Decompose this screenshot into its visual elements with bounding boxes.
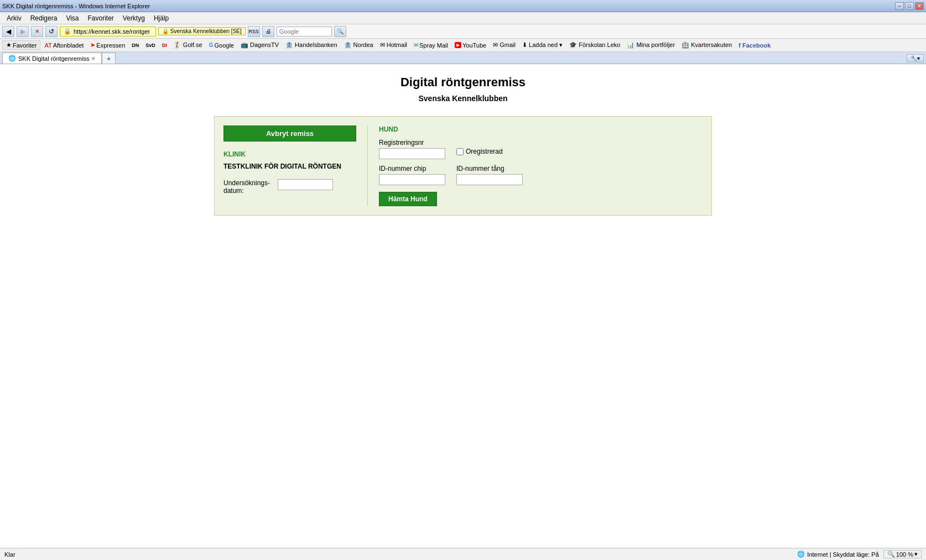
fav-mina-portfoljer[interactable]: 📊 Mina portföljer: [624, 40, 678, 50]
id-chip-input[interactable]: [379, 174, 445, 185]
refresh-button[interactable]: ↺: [45, 26, 58, 37]
forward-button[interactable]: ▶: [17, 26, 29, 37]
oregistrerad-label: Oregistrerad: [466, 148, 503, 155]
tab-skk[interactable]: 🌐 SKK Digital röntgenremiss ✕: [2, 53, 102, 64]
security-info: 🔒: [60, 27, 156, 36]
rss-button[interactable]: RSS: [248, 26, 260, 37]
page-subtitle: Svenska Kennelklubben: [11, 94, 915, 103]
window-title: SKK Digital röntgenremiss - Windows Inte…: [2, 3, 150, 9]
right-panel: HUND Registreringsnr Oregistrerad ID-num…: [367, 125, 703, 206]
fav-golf[interactable]: 🏌 Golf.se: [171, 40, 205, 50]
favorites-button[interactable]: ★ Favoriter: [2, 40, 40, 50]
close-button[interactable]: ✕: [915, 2, 924, 10]
back-button[interactable]: ◀: [2, 26, 14, 37]
registrerings-row: Registreringsnr Oregistrerad: [379, 139, 703, 159]
fav-forskolan-leko[interactable]: 🎓 Förskolan Leko: [566, 40, 623, 50]
fav-handelsbanken[interactable]: 🏦 Handelsbanken: [283, 40, 340, 50]
maximize-button[interactable]: □: [905, 2, 914, 10]
form-container: Avbryt remiss KLINIK TESTKLINIK FÖR DIGI…: [214, 116, 712, 216]
spray-mail-icon: ✉: [414, 42, 418, 48]
oregistrerad-checkbox[interactable]: [456, 148, 464, 155]
menu-verktyg[interactable]: Verktyg: [118, 13, 149, 23]
fav-google[interactable]: G Google: [206, 41, 237, 50]
fav-dagenstv[interactable]: 📺 DagensTV: [238, 40, 282, 50]
tab-close-icon[interactable]: ✕: [91, 56, 96, 61]
id-chip-label: ID-nummer chip: [379, 165, 445, 172]
security-badge: 🔒 Svenska Kennelklubben [SE]: [158, 27, 246, 35]
minimize-button[interactable]: −: [895, 2, 904, 10]
fav-svd[interactable]: SvD: [143, 41, 158, 49]
page-main-title: Digital röntgenremiss: [11, 75, 915, 90]
id-row: ID-nummer chip ID-nummer tång: [379, 165, 703, 185]
hamta-hund-button[interactable]: Hämta Hund: [379, 192, 437, 206]
fav-aftonbladet[interactable]: AT Aftonbladet: [41, 41, 86, 50]
security-lock-icon: 🔒: [64, 28, 71, 35]
klinik-label: KLINIK: [223, 150, 356, 158]
fav-di[interactable]: DI: [159, 41, 170, 49]
fav-ladda-ned[interactable]: ⬇ Ladda ned ▾: [519, 40, 565, 50]
tab-bar: 🌐 SKK Digital röntgenremiss ✕ + 🔧▾: [0, 52, 926, 64]
left-panel: Avbryt remiss KLINIK TESTKLINIK FÖR DIGI…: [223, 125, 367, 206]
fav-gmail[interactable]: ✉ Gmail: [490, 40, 518, 50]
fav-kvartersakuten[interactable]: 🏥 Kvartersakuten: [679, 40, 735, 50]
tab-icon: 🌐: [8, 55, 16, 62]
toolbar-button[interactable]: 🔧▾: [907, 54, 924, 62]
menu-visa[interactable]: Visa: [61, 13, 83, 23]
address-input[interactable]: [71, 27, 152, 36]
fav-facebook[interactable]: f Facebook: [736, 41, 773, 50]
registreringsnr-input[interactable]: [379, 148, 445, 159]
oregistrerad-row: Oregistrerad: [456, 148, 503, 155]
tab-label: SKK Digital röntgenremiss: [18, 55, 89, 62]
menu-arkiv[interactable]: Arkiv: [2, 13, 26, 23]
search-input[interactable]: [277, 27, 332, 36]
id-tang-col: ID-nummer tång: [456, 165, 523, 185]
undersoknings-datum-input[interactable]: [278, 179, 333, 190]
registreringsnr-col: Registreringsnr: [379, 139, 445, 159]
registreringsnr-label: Registreringsnr: [379, 139, 445, 146]
hund-title: HUND: [379, 125, 703, 133]
undersoknings-row: Undersöknings-datum:: [223, 179, 356, 195]
window-controls: − □ ✕: [895, 2, 924, 10]
content-area: Digital röntgenremiss Svenska Kennelklub…: [0, 64, 926, 548]
star-icon: ★: [6, 41, 12, 49]
id-tang-label: ID-nummer tång: [456, 165, 523, 172]
fav-nordea[interactable]: 🏦 Nordea: [341, 40, 376, 50]
fav-hotmail[interactable]: ✉ Hotmail: [377, 40, 410, 50]
fav-youtube[interactable]: ▶ YouTube: [452, 41, 489, 50]
fav-expressen[interactable]: ➤ Expressen: [87, 40, 128, 50]
address-bar: ◀ ▶ ✕ ↺ 🔒 🔒 Svenska Kennelklubben [SE] R…: [0, 24, 926, 39]
klinik-name: TESTKLINIK FÖR DIGITAL RÖNTGEN: [223, 163, 356, 170]
undersoknings-label: Undersöknings-datum:: [223, 179, 273, 195]
menu-hjalp[interactable]: Hjälp: [149, 13, 173, 23]
id-chip-col: ID-nummer chip: [379, 165, 445, 185]
menu-favoriter[interactable]: Favoriter: [84, 13, 118, 23]
youtube-icon: ▶: [455, 42, 461, 48]
fav-icon: AT: [44, 42, 51, 49]
id-tang-input[interactable]: [456, 174, 523, 185]
new-tab-button[interactable]: +: [102, 53, 115, 64]
fav-dn[interactable]: DN: [129, 41, 142, 49]
avbryt-remiss-button[interactable]: Avbryt remiss: [223, 125, 356, 142]
favorites-bar: ★ Favoriter AT Aftonbladet ➤ Expressen D…: [0, 39, 926, 52]
print-button[interactable]: 🖨: [262, 26, 274, 37]
fav-spray-mail[interactable]: ✉ Spray Mail: [411, 41, 451, 50]
search-button[interactable]: 🔍: [334, 26, 346, 37]
menu-bar: Arkiv Redigera Visa Favoriter Verktyg Hj…: [0, 12, 926, 24]
title-bar: SKK Digital röntgenremiss - Windows Inte…: [0, 0, 926, 12]
menu-redigera[interactable]: Redigera: [26, 13, 62, 23]
stop-button[interactable]: ✕: [31, 26, 43, 37]
